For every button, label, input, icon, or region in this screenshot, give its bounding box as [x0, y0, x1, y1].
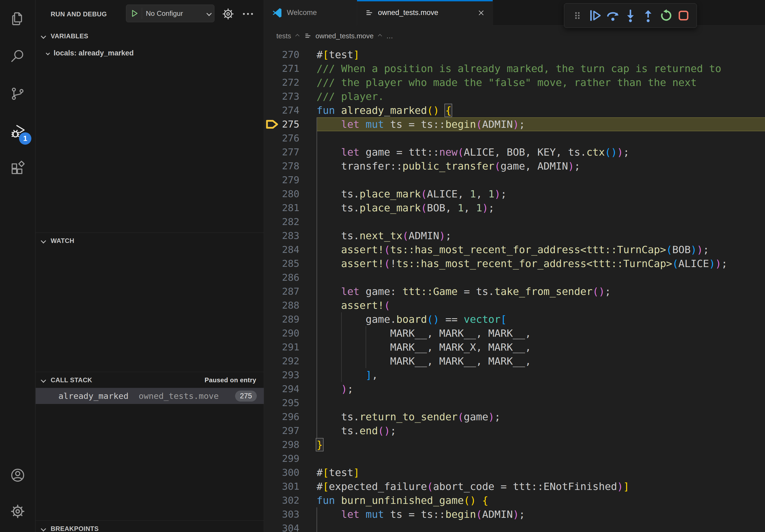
variables-section-header[interactable]: VARIABLES [36, 28, 264, 44]
code-line-286[interactable]: 286 [264, 271, 765, 285]
debug-settings-gear-icon[interactable] [221, 7, 235, 22]
code-line-274[interactable]: 274fun already_marked() { [264, 104, 765, 117]
code-line-291[interactable]: 291 MARK__, MARK_X, MARK__, [264, 340, 765, 354]
code-line-284[interactable]: 284 assert!(ts::has_most_recent_for_addr… [264, 243, 765, 257]
code-line-273[interactable]: 273/// player. [264, 90, 765, 104]
code-line-303[interactable]: 303 let mut ts = ts::begin(ADMIN); [264, 507, 765, 521]
code-line-300[interactable]: 300#[test] [264, 465, 765, 479]
line-number[interactable]: 293 [282, 368, 298, 382]
line-number[interactable]: 284 [282, 243, 298, 257]
line-number[interactable]: 281 [282, 201, 298, 215]
settings-gear-icon[interactable] [0, 493, 35, 529]
breadcrumb-item-folder[interactable]: tests [276, 32, 291, 40]
code-line-298[interactable]: 298} [264, 438, 765, 452]
line-number[interactable]: 301 [282, 479, 298, 493]
code-line-302[interactable]: 302fun burn_unfinished_game() { [264, 493, 765, 507]
line-number[interactable]: 304 [282, 521, 298, 532]
restart-icon[interactable] [657, 7, 675, 24]
explorer-icon[interactable] [0, 0, 35, 38]
code-line-304[interactable]: 304 [264, 521, 765, 532]
line-number[interactable]: 286 [282, 271, 298, 285]
code-line-290[interactable]: 290 MARK__, MARK__, MARK__, [264, 326, 765, 340]
line-number[interactable]: 282 [282, 215, 298, 229]
start-debug-icon[interactable] [130, 9, 139, 18]
code-line-283[interactable]: 283 ts.next_tx(ADMIN); [264, 229, 765, 243]
code-line-288[interactable]: 288 assert!( [264, 298, 765, 312]
stop-icon[interactable] [675, 7, 692, 24]
code-line-281[interactable]: 281 ts.place_mark(BOB, 1, 1); [264, 201, 765, 215]
line-number[interactable]: 278 [282, 159, 298, 173]
code-line-296[interactable]: 296 ts.return_to_sender(game); [264, 410, 765, 424]
line-number[interactable]: 300 [282, 465, 298, 479]
code-line-299[interactable]: 299 [264, 452, 765, 465]
code-line-278[interactable]: 278 transfer::public_transfer(game, ADMI… [264, 159, 765, 173]
code-editor[interactable]: 270#[test]271/// When a position is alre… [264, 46, 765, 532]
account-icon[interactable] [0, 457, 35, 493]
code-line-279[interactable]: 279 [264, 173, 765, 187]
code-line-301[interactable]: 301#[expected_failure(abort_code = ttt::… [264, 479, 765, 493]
code-line-287[interactable]: 287 let game: ttt::Game = ts.take_from_s… [264, 285, 765, 298]
code-line-282[interactable]: 282 [264, 215, 765, 229]
code-line-289[interactable]: 289 game.board() == vector[ [264, 312, 765, 326]
watch-section-header[interactable]: WATCH [36, 232, 264, 249]
step-into-icon[interactable] [622, 7, 639, 24]
line-number[interactable]: 298 [282, 438, 298, 452]
step-over-icon[interactable] [604, 7, 622, 24]
line-number[interactable]: 287 [282, 285, 298, 298]
continue-icon[interactable] [586, 7, 604, 24]
line-number[interactable]: 273 [282, 90, 298, 104]
more-actions-icon[interactable] [241, 7, 255, 22]
code-line-280[interactable]: 280 ts.place_mark(ALICE, 1, 1); [264, 187, 765, 201]
tab-owned-tests-move[interactable]: owned_tests.move [357, 0, 493, 25]
tab-welcome[interactable]: Welcome [264, 0, 357, 25]
code-line-294[interactable]: 294 ); [264, 382, 765, 396]
line-number[interactable]: 302 [282, 493, 298, 507]
call-stack-frame-row[interactable]: already_marked owned_tests.move 275 [36, 388, 264, 404]
line-number[interactable]: 294 [282, 382, 298, 396]
line-number[interactable]: 288 [282, 298, 298, 312]
code-line-276[interactable]: 276 [264, 131, 765, 145]
line-number[interactable]: 275 [282, 117, 298, 131]
line-number[interactable]: 276 [282, 131, 298, 145]
code-line-297[interactable]: 297 ts.end(); [264, 424, 765, 438]
line-number[interactable]: 279 [282, 173, 298, 187]
run-and-debug-icon[interactable]: 1 [0, 113, 35, 150]
line-number[interactable]: 297 [282, 424, 298, 438]
line-number[interactable]: 291 [282, 340, 298, 354]
extensions-icon[interactable] [0, 150, 35, 187]
code-line-275[interactable]: 275 let mut ts = ts::begin(ADMIN); [264, 117, 765, 131]
source-control-icon[interactable] [0, 75, 35, 113]
code-line-285[interactable]: 285 assert!(!ts::has_most_recent_for_add… [264, 257, 765, 271]
line-number[interactable]: 274 [282, 104, 298, 117]
code-line-293[interactable]: 293 ], [264, 368, 765, 382]
line-number[interactable]: 271 [282, 62, 298, 76]
drag-grip-icon[interactable] [568, 7, 586, 24]
debug-config-dropdown[interactable]: No Configur [126, 5, 215, 22]
line-number[interactable]: 292 [282, 354, 298, 368]
line-number[interactable]: 289 [282, 312, 298, 326]
code-line-292[interactable]: 292 MARK__, MARK__, MARK__, [264, 354, 765, 368]
line-number[interactable]: 277 [282, 145, 298, 159]
close-icon[interactable] [477, 9, 485, 17]
variables-scope-locals[interactable]: locals: already_marked [36, 45, 264, 61]
line-number[interactable]: 290 [282, 326, 298, 340]
line-number[interactable]: 280 [282, 187, 298, 201]
code-line-270[interactable]: 270#[test] [264, 48, 765, 62]
breadcrumb-item-symbol[interactable]: … [386, 32, 393, 40]
step-out-icon[interactable] [639, 7, 657, 24]
code-line-272[interactable]: 272/// the player who made the "false" m… [264, 76, 765, 90]
line-number[interactable]: 283 [282, 229, 298, 243]
line-number[interactable]: 285 [282, 257, 298, 271]
line-number[interactable]: 303 [282, 507, 298, 521]
line-number[interactable]: 295 [282, 396, 298, 410]
breadcrumb-item-file[interactable]: owned_tests.move [316, 32, 374, 40]
line-number[interactable]: 296 [282, 410, 298, 424]
code-line-277[interactable]: 277 let game = ttt::new(ALICE, BOB, KEY,… [264, 145, 765, 159]
code-line-271[interactable]: 271/// When a position is already marked… [264, 62, 765, 76]
line-number[interactable]: 270 [282, 48, 298, 62]
breakpoints-section-header[interactable]: BREAKPOINTS [36, 520, 264, 532]
call-stack-section-header[interactable]: CALL STACK Paused on entry [36, 372, 264, 388]
line-number[interactable]: 272 [282, 76, 298, 90]
code-line-295[interactable]: 295 [264, 396, 765, 410]
search-icon[interactable] [0, 38, 35, 75]
